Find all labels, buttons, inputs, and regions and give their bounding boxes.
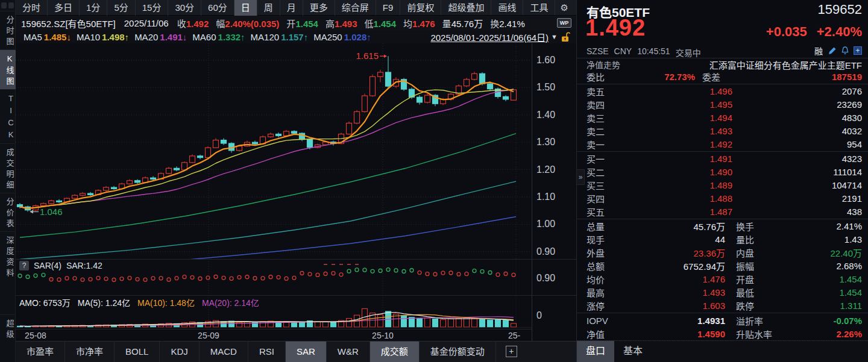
ma-legend-bar: MA51.485↓MA101.498↑MA201.491↓MA601.332↑M… <box>16 30 576 43</box>
indicator-tab[interactable]: KDJ <box>160 342 199 362</box>
stat-label: IOPV <box>587 316 619 326</box>
toolbar-button[interactable]: F9 <box>376 0 401 15</box>
stat-row: 外盘23.36万内盘22.40万 <box>577 246 868 259</box>
toolbar-button[interactable]: 超级叠加 <box>441 0 491 15</box>
stat-value: 2.68% <box>783 261 862 271</box>
alert-bell-icon[interactable] <box>841 46 849 55</box>
stat-value: 1.4931 <box>619 316 725 326</box>
indicator-tab[interactable]: W&R <box>327 342 370 362</box>
stat-value: 1.311 <box>783 301 862 311</box>
order-price: 1.491 <box>618 154 732 164</box>
order-row[interactable]: 卖四1.49523269 <box>577 98 868 111</box>
stat-row: 最高1.493最低1.454 <box>577 286 868 299</box>
wp-badge-icon[interactable]: WP <box>557 18 571 28</box>
period-tab[interactable]: 日 <box>234 0 257 16</box>
period-tab[interactable]: 更多 <box>303 0 335 16</box>
sidebar-item[interactable]: K线图 <box>0 49 16 89</box>
order-row[interactable]: 买一1.4914323 <box>577 152 868 165</box>
edit-pencil-icon[interactable] <box>828 46 837 55</box>
ma-value: 1.332↑ <box>218 32 245 42</box>
order-row[interactable]: 卖二1.4934032 <box>577 124 868 137</box>
quote-field: 高1.493 <box>326 17 357 30</box>
period-tab[interactable]: 5分 <box>107 0 135 16</box>
collapse-panel-handle[interactable]: » <box>577 169 585 185</box>
unlock-icon[interactable] <box>561 32 570 42</box>
price-tick-label: 1.40 <box>536 110 555 120</box>
period-tab[interactable]: 60分 <box>201 0 234 16</box>
stat-value: 23.36万 <box>619 246 725 259</box>
quote-field: 收1.492 <box>177 17 209 30</box>
order-price: 1.494 <box>618 113 732 123</box>
period-tab[interactable]: 分时 <box>16 0 48 16</box>
price-tick-label: 1.30 <box>536 137 555 148</box>
period-tab[interactable]: 1分 <box>80 0 107 16</box>
stat-value: -0.07% <box>783 316 862 326</box>
sidebar-item[interactable]: 超级 <box>0 314 16 342</box>
period-tab[interactable]: 月 <box>280 0 303 16</box>
indicator-tabbar: 市盈率市净率BOLLKDJMACDRSISARW&R成交额基金份额变动+ <box>16 341 576 362</box>
indicator-tab[interactable]: 基金份额变动 <box>420 342 496 362</box>
order-price: 1.490 <box>618 167 732 177</box>
order-volume: 4323 <box>732 154 862 164</box>
sidebar-item[interactable]: 分时图 <box>0 11 16 49</box>
order-volume: 2191 <box>732 193 862 204</box>
stat-row: 涨停1.603跌停1.311 <box>577 299 868 312</box>
ma-legend-item: MA1201.157↑ <box>245 32 309 42</box>
indicator-tab[interactable]: 市盈率 <box>16 342 65 362</box>
quote-field: 开1.454 <box>286 17 318 30</box>
quote-field: 低1.454 <box>364 17 396 30</box>
stat-value: 1.476 <box>619 274 725 284</box>
quote-actions: 融 + <box>814 45 862 57</box>
indicator-tab[interactable]: BOLL <box>115 342 160 362</box>
quote-field-label: 开 <box>286 19 295 29</box>
stat-value: 2.26% <box>783 329 862 339</box>
indicator-tab[interactable]: RSI <box>248 342 286 362</box>
toolbar-button[interactable]: 综合屏 <box>335 0 376 15</box>
indicator-tab[interactable]: SAR <box>286 342 327 362</box>
period-tab[interactable]: 多日 <box>48 0 80 16</box>
toolbar-button[interactable]: 画线 <box>491 0 523 15</box>
period-tab[interactable]: 15分 <box>136 0 169 16</box>
stat-value: 1.454 <box>783 274 862 284</box>
sidebar-item[interactable]: 成交明细 <box>0 143 16 193</box>
panel-tab[interactable]: 基本 <box>614 341 652 362</box>
order-row[interactable]: 买四1.4882191 <box>577 192 868 205</box>
sar-indicator-svg[interactable] <box>16 259 532 295</box>
weicha-value: 187519 <box>720 72 862 82</box>
kline-chart-region: 1.6151.046 1.601.501.401.301.201.101.000… <box>16 43 576 341</box>
sidebar-item[interactable]: TICK <box>0 89 16 143</box>
add-indicator-icon[interactable]: + <box>506 346 517 357</box>
stat-value: 1.43 <box>783 234 862 245</box>
indicator-tab[interactable]: 成交额 <box>370 342 420 362</box>
volume-chart-svg[interactable] <box>16 295 532 329</box>
fund-info-row[interactable]: 净值走势 汇添富中证细分有色金属产业主题ETF <box>587 58 862 70</box>
nav-trend-label: 净值走势 <box>587 58 620 70</box>
ma-legend-item: MA201.491↓ <box>129 32 187 42</box>
ma-value: 1.157↑ <box>281 32 308 42</box>
sidebar-item[interactable]: 分价表 <box>0 193 16 231</box>
date-range-selector[interactable]: 2025/08/01-2025/11/06(64日) ▼ <box>430 31 561 43</box>
panel-tab[interactable]: 盘口 <box>577 341 614 362</box>
candlestick-chart-svg[interactable]: 1.6151.046 <box>16 43 532 259</box>
period-tab[interactable]: 30分 <box>168 0 201 16</box>
stat-label: 换手 <box>725 220 783 232</box>
indicator-tab[interactable]: MACD <box>200 342 248 362</box>
sidebar-item[interactable]: 深度资料 <box>0 231 16 281</box>
quote-field: 幅2.40%(0.035) <box>216 17 279 30</box>
price-tick-label: 1.50 <box>536 82 555 93</box>
margin-flag: 融 <box>814 45 823 57</box>
order-row[interactable]: 买五1.487438 <box>577 205 868 218</box>
toolbar-button[interactable]: 前复权 <box>400 0 441 15</box>
order-row[interactable]: 卖一1.492954 <box>577 137 868 151</box>
order-row[interactable]: 卖三1.4944830 <box>577 111 868 124</box>
toolbar-button[interactable]: 工具 <box>523 0 555 15</box>
period-tab[interactable]: 周 <box>257 0 280 16</box>
indicator-tab[interactable]: 市净率 <box>65 342 115 362</box>
order-row[interactable]: 买三1.489104714 <box>577 178 868 192</box>
add-watchlist-icon[interactable]: + <box>854 46 862 55</box>
order-row[interactable]: 买二1.490111014 <box>577 165 868 178</box>
order-row[interactable]: 卖五1.4962076 <box>577 84 868 98</box>
settings-gear-icon[interactable]: ⚙ <box>555 2 573 13</box>
ma-legend-item: MA51.485↓ <box>18 32 71 42</box>
stat-label: 最高 <box>587 286 619 299</box>
